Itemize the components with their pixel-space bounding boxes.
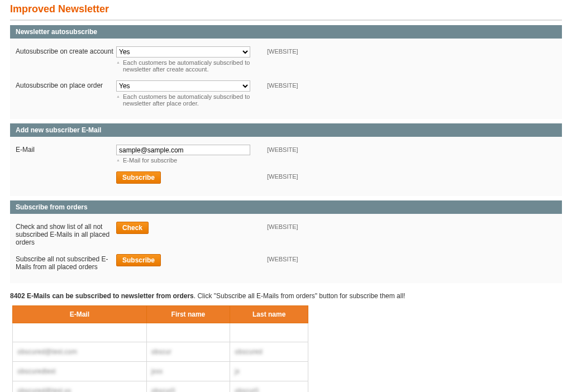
label-autosubscribe-create: Autosubscribe on create account — [16, 46, 116, 55]
select-autosubscribe-create[interactable]: Yes — [116, 46, 250, 58]
label-email: E-Mail — [16, 145, 116, 154]
scope-label: [WEBSITE] — [256, 171, 298, 180]
cell-first: obscur — [146, 342, 230, 362]
th-first-name: First name — [146, 306, 230, 323]
section-header-from-orders: Subscribe from orders — [10, 200, 562, 214]
subscribe-message-count: 8402 E-Mails can be subscribed to newsle… — [10, 292, 194, 300]
table-row: obscured@text.xxobscur0obscur0 — [13, 381, 308, 393]
subscribe-all-button[interactable]: Subscribe — [116, 254, 161, 266]
email-field[interactable] — [116, 145, 250, 155]
section-add-subscriber: Add new subscriber E-Mail E-Mail E-Mail … — [10, 123, 562, 196]
subscribe-button[interactable]: Subscribe — [116, 171, 161, 184]
hint-autosubscribe-order: Each customers be automaticaly subscribe… — [116, 92, 256, 107]
cell-email: obscured@text.com — [13, 342, 147, 362]
cell-email: obscuredtext — [13, 362, 147, 381]
cell-email: obscured@text.xx — [13, 381, 147, 393]
scope-label: [WEBSITE] — [256, 145, 298, 153]
check-button[interactable]: Check — [116, 222, 149, 234]
scope-label: [WEBSITE] — [256, 222, 298, 230]
cell-first: jxxx — [146, 362, 230, 381]
cell-last — [230, 323, 308, 342]
cell-last: obscured — [230, 342, 308, 362]
hint-autosubscribe-create: Each customers be automaticaly subscribe… — [116, 58, 256, 73]
section-header-add-subscriber: Add new subscriber E-Mail — [10, 123, 562, 137]
subscribe-message: 8402 E-Mails can be subscribed to newsle… — [0, 288, 572, 305]
th-email: E-Mail — [13, 306, 147, 323]
label-autosubscribe-order: Autosubscribe on place order — [16, 80, 116, 89]
cell-email — [13, 323, 147, 342]
emails-table: E-Mail First name Last name obscured@tex… — [12, 305, 308, 392]
label-check-orders: Check and show list of all not subscribe… — [16, 222, 116, 246]
page-title: Improved Newsletter — [0, 0, 572, 20]
section-from-orders: Subscribe from orders Check and show lis… — [10, 200, 562, 283]
scope-label: [WEBSITE] — [256, 46, 298, 55]
table-row: obscured@text.comobscurobscured — [13, 342, 308, 362]
table-row: obscuredtextjxxxjx — [13, 362, 308, 381]
section-header-autosubscribe: Newsletter autosubscribe — [10, 25, 562, 39]
cell-first — [146, 323, 230, 342]
cell-last: obscur0 — [230, 381, 308, 393]
scope-label: [WEBSITE] — [256, 254, 298, 262]
select-autosubscribe-order[interactable]: Yes — [116, 80, 250, 92]
cell-first: obscur0 — [146, 381, 230, 393]
label-subscribe-all: Subscribe all not subscribed E-Mails fro… — [16, 254, 116, 271]
subscribe-message-text: . Click "Subscribe all E-Mails from orde… — [194, 292, 406, 300]
cell-last: jx — [230, 362, 308, 381]
section-autosubscribe: Newsletter autosubscribe Autosubscribe o… — [10, 25, 562, 119]
th-last-name: Last name — [230, 306, 308, 323]
table-row — [13, 323, 308, 342]
divider — [10, 20, 562, 21]
hint-email: E-Mail for subscribe — [116, 155, 256, 164]
scope-label: [WEBSITE] — [256, 80, 298, 89]
